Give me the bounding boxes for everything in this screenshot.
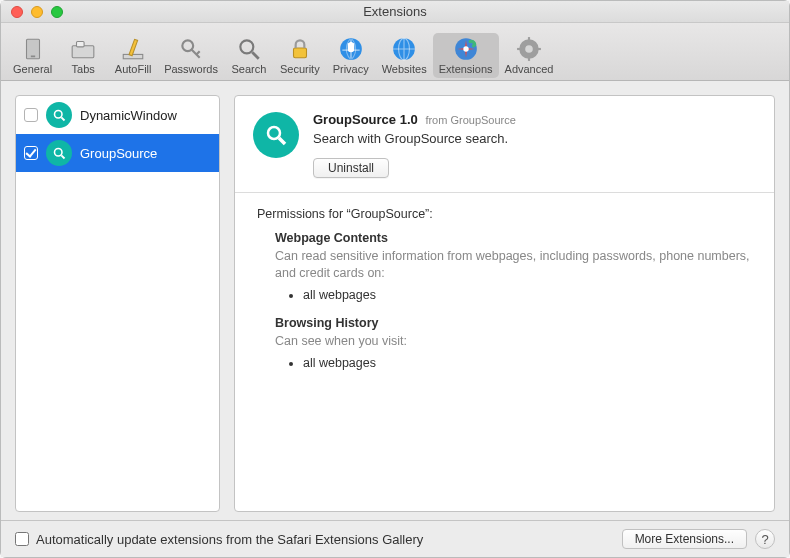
permission-item: all webpages	[303, 356, 752, 370]
help-button[interactable]: ?	[755, 529, 775, 549]
auto-update-label: Automatically update extensions from the…	[36, 532, 423, 547]
svg-point-24	[54, 110, 62, 118]
magnifier-icon	[46, 140, 72, 166]
titlebar: Extensions	[1, 1, 789, 23]
tab-extensions[interactable]: Extensions	[433, 33, 499, 78]
svg-point-26	[54, 148, 62, 156]
privacy-icon	[338, 36, 364, 62]
advanced-icon	[516, 36, 542, 62]
svg-rect-4	[123, 54, 143, 58]
permission-heading: Browsing History	[275, 316, 752, 330]
svg-point-19	[525, 45, 533, 53]
svg-rect-21	[528, 57, 530, 61]
extension-row-groupsource[interactable]: GroupSource	[16, 134, 219, 172]
magnifier-icon	[253, 112, 299, 158]
tab-label: Security	[280, 63, 320, 75]
svg-point-28	[268, 127, 280, 139]
tab-security[interactable]: Security	[274, 33, 326, 78]
svg-rect-20	[528, 37, 530, 41]
svg-line-25	[61, 117, 64, 120]
extension-name: DynamicWindow	[80, 108, 177, 123]
tabs-icon	[70, 36, 96, 62]
permission-webpage-contents: Webpage Contents Can read sensitive info…	[275, 231, 752, 302]
extension-enable-checkbox[interactable]	[24, 108, 38, 122]
extension-detail-panel: GroupSource 1.0 from GroupSource Search …	[234, 95, 775, 512]
tab-label: General	[13, 63, 52, 75]
svg-point-16	[471, 44, 474, 47]
window-title: Extensions	[1, 4, 789, 19]
search-icon	[236, 36, 262, 62]
svg-point-17	[468, 40, 471, 43]
extension-header: GroupSource 1.0 from GroupSource Search …	[235, 96, 774, 193]
security-icon	[287, 36, 313, 62]
permission-list: all webpages	[303, 356, 752, 370]
extension-enable-checkbox[interactable]	[24, 146, 38, 160]
tab-privacy[interactable]: Privacy	[326, 33, 376, 78]
tab-advanced[interactable]: Advanced	[499, 33, 560, 78]
tab-label: Privacy	[333, 63, 369, 75]
extension-name: GroupSource	[80, 146, 157, 161]
tab-autofill[interactable]: AutoFill	[108, 33, 158, 78]
svg-point-15	[463, 46, 468, 51]
permission-description: Can see when you visit:	[275, 333, 752, 350]
permission-item: all webpages	[303, 288, 752, 302]
extension-developer: from GroupSource	[425, 114, 515, 126]
permission-list: all webpages	[303, 288, 752, 302]
tab-passwords[interactable]: Passwords	[158, 33, 224, 78]
extensions-icon	[453, 36, 479, 62]
tab-websites[interactable]: Websites	[376, 33, 433, 78]
magnifier-icon	[46, 102, 72, 128]
extension-info: GroupSource 1.0 from GroupSource Search …	[313, 112, 756, 178]
svg-rect-2	[72, 46, 94, 58]
tab-label: Tabs	[72, 63, 95, 75]
tab-label: Extensions	[439, 63, 493, 75]
svg-rect-9	[293, 48, 306, 58]
extension-title-line: GroupSource 1.0 from GroupSource	[313, 112, 756, 127]
general-icon	[20, 36, 46, 62]
tab-tabs[interactable]: Tabs	[58, 33, 108, 78]
permission-heading: Webpage Contents	[275, 231, 752, 245]
more-extensions-button[interactable]: More Extensions...	[622, 529, 747, 549]
permissions-section: Permissions for “GroupSource”: Webpage C…	[235, 193, 774, 394]
tab-label: Search	[232, 63, 267, 75]
preferences-window: Extensions General Tabs AutoFill Pa	[0, 0, 790, 558]
svg-line-27	[61, 155, 64, 158]
svg-rect-3	[77, 41, 85, 46]
uninstall-button[interactable]: Uninstall	[313, 158, 389, 178]
permission-description: Can read sensitive information from webp…	[275, 248, 752, 282]
extension-description: Search with GroupSource search.	[313, 131, 756, 146]
svg-rect-23	[537, 48, 541, 50]
tab-label: AutoFill	[115, 63, 152, 75]
autofill-icon	[120, 36, 146, 62]
tab-label: Passwords	[164, 63, 218, 75]
tab-label: Advanced	[505, 63, 554, 75]
svg-point-7	[240, 40, 253, 53]
extension-title: GroupSource 1.0	[313, 112, 418, 127]
passwords-icon	[178, 36, 204, 62]
content-area: DynamicWindow GroupSource GroupSource 1.…	[1, 81, 789, 520]
preferences-toolbar: General Tabs AutoFill Passwords Search	[1, 23, 789, 81]
websites-icon	[391, 36, 417, 62]
auto-update-row[interactable]: Automatically update extensions from the…	[15, 532, 423, 547]
extensions-sidebar: DynamicWindow GroupSource	[15, 95, 220, 512]
permission-browsing-history: Browsing History Can see when you visit:…	[275, 316, 752, 370]
svg-line-29	[279, 138, 285, 144]
tab-search[interactable]: Search	[224, 33, 274, 78]
svg-rect-22	[517, 48, 521, 50]
footer-bar: Automatically update extensions from the…	[1, 520, 789, 557]
svg-rect-5	[129, 39, 138, 55]
svg-line-8	[252, 52, 259, 59]
svg-rect-1	[30, 56, 34, 58]
extension-row-dynamicwindow[interactable]: DynamicWindow	[16, 96, 219, 134]
permissions-header: Permissions for “GroupSource”:	[257, 207, 752, 221]
tab-general[interactable]: General	[7, 33, 58, 78]
auto-update-checkbox[interactable]	[15, 532, 29, 546]
tab-label: Websites	[382, 63, 427, 75]
